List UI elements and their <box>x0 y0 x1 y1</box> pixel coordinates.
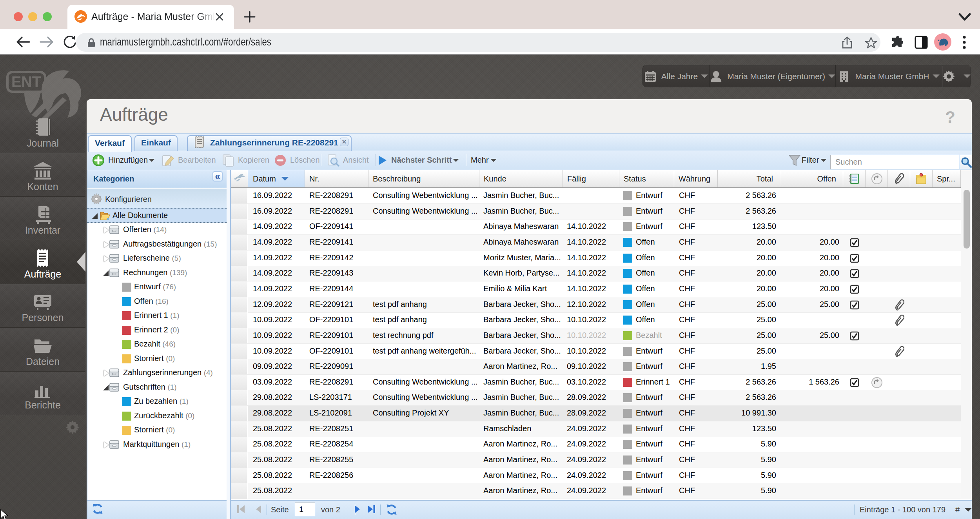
svg-text:ENT: ENT <box>11 74 41 90</box>
